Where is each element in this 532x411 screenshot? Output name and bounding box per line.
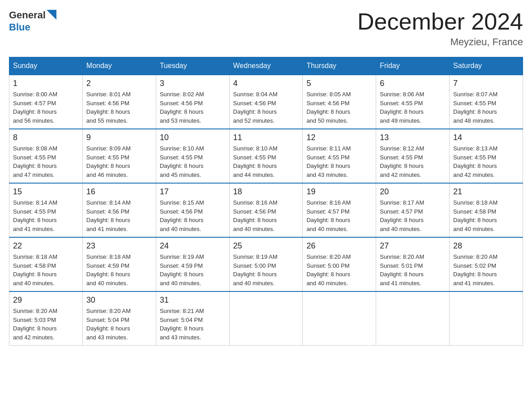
day-cell-28: 28 Sunrise: 8:20 AM Sunset: 5:02 PM Dayl… [450, 237, 523, 291]
day-number: 27 [380, 241, 446, 251]
day-info: Sunrise: 8:07 AM Sunset: 4:55 PM Dayligh… [453, 90, 519, 125]
day-number: 16 [86, 187, 152, 197]
day-info: Sunrise: 8:09 AM Sunset: 4:55 PM Dayligh… [86, 144, 152, 179]
week-row-5: 29 Sunrise: 8:20 AM Sunset: 5:03 PM Dayl… [9, 291, 523, 346]
week-row-4: 22 Sunrise: 8:18 AM Sunset: 4:58 PM Dayl… [9, 237, 523, 291]
day-info: Sunrise: 8:20 AM Sunset: 5:04 PM Dayligh… [86, 307, 152, 342]
day-number: 20 [380, 187, 446, 197]
page-header: General Blue December 2024 Meyzieu, Fran… [9, 9, 523, 48]
day-info: Sunrise: 8:20 AM Sunset: 5:02 PM Dayligh… [453, 253, 519, 287]
day-cell-17: 17 Sunrise: 8:15 AM Sunset: 4:56 PM Dayl… [156, 183, 229, 237]
day-info: Sunrise: 8:08 AM Sunset: 4:55 PM Dayligh… [13, 144, 79, 179]
day-cell-8: 8 Sunrise: 8:08 AM Sunset: 4:55 PM Dayli… [9, 129, 83, 183]
svg-marker-0 [47, 10, 56, 20]
day-number: 7 [453, 79, 519, 88]
day-number: 18 [233, 187, 299, 197]
day-cell-1: 1 Sunrise: 8:00 AM Sunset: 4:57 PM Dayli… [9, 75, 83, 129]
day-info: Sunrise: 8:19 AM Sunset: 4:59 PM Dayligh… [160, 253, 226, 287]
logo: General Blue [9, 9, 56, 33]
month-title: December 2024 [357, 9, 523, 34]
location: Meyzieu, France [357, 36, 523, 48]
day-number: 6 [380, 79, 446, 88]
day-cell-12: 12 Sunrise: 8:11 AM Sunset: 4:55 PM Dayl… [303, 129, 376, 183]
day-number: 1 [13, 79, 79, 88]
logo-blue: Blue [9, 21, 56, 33]
weekday-header-wednesday: Wednesday [229, 57, 303, 75]
day-cell-9: 9 Sunrise: 8:09 AM Sunset: 4:55 PM Dayli… [82, 129, 156, 183]
day-info: Sunrise: 8:12 AM Sunset: 4:55 PM Dayligh… [380, 144, 446, 179]
day-info: Sunrise: 8:20 AM Sunset: 5:00 PM Dayligh… [306, 253, 372, 287]
day-info: Sunrise: 8:14 AM Sunset: 4:55 PM Dayligh… [13, 198, 79, 233]
day-cell-14: 14 Sunrise: 8:13 AM Sunset: 4:55 PM Dayl… [450, 129, 523, 183]
day-number: 11 [233, 133, 299, 142]
empty-cell [450, 291, 523, 346]
day-number: 13 [380, 133, 446, 142]
day-cell-25: 25 Sunrise: 8:19 AM Sunset: 5:00 PM Dayl… [229, 237, 303, 291]
day-cell-7: 7 Sunrise: 8:07 AM Sunset: 4:55 PM Dayli… [450, 75, 523, 129]
day-number: 9 [86, 133, 152, 142]
day-cell-13: 13 Sunrise: 8:12 AM Sunset: 4:55 PM Dayl… [376, 129, 450, 183]
day-info: Sunrise: 8:04 AM Sunset: 4:56 PM Dayligh… [233, 90, 299, 125]
day-number: 24 [160, 241, 226, 251]
day-info: Sunrise: 8:11 AM Sunset: 4:55 PM Dayligh… [306, 144, 372, 179]
day-info: Sunrise: 8:18 AM Sunset: 4:58 PM Dayligh… [13, 253, 79, 287]
day-cell-4: 4 Sunrise: 8:04 AM Sunset: 4:56 PM Dayli… [229, 75, 303, 129]
day-number: 25 [233, 241, 299, 251]
day-cell-31: 31 Sunrise: 8:21 AM Sunset: 5:04 PM Dayl… [156, 291, 229, 346]
day-number: 15 [13, 187, 79, 197]
day-number: 21 [453, 187, 519, 197]
day-number: 8 [13, 133, 79, 142]
day-number: 29 [13, 295, 79, 305]
day-number: 26 [306, 241, 372, 251]
day-cell-18: 18 Sunrise: 8:16 AM Sunset: 4:56 PM Dayl… [229, 183, 303, 237]
day-number: 3 [160, 79, 226, 88]
week-row-3: 15 Sunrise: 8:14 AM Sunset: 4:55 PM Dayl… [9, 183, 523, 237]
day-info: Sunrise: 8:16 AM Sunset: 4:56 PM Dayligh… [233, 198, 299, 233]
day-number: 23 [86, 241, 152, 251]
day-info: Sunrise: 8:17 AM Sunset: 4:57 PM Dayligh… [380, 198, 446, 233]
empty-cell [229, 291, 303, 346]
day-cell-29: 29 Sunrise: 8:20 AM Sunset: 5:03 PM Dayl… [9, 291, 83, 346]
day-cell-22: 22 Sunrise: 8:18 AM Sunset: 4:58 PM Dayl… [9, 237, 83, 291]
day-cell-6: 6 Sunrise: 8:06 AM Sunset: 4:55 PM Dayli… [376, 75, 450, 129]
day-number: 30 [86, 295, 152, 305]
day-number: 19 [306, 187, 372, 197]
weekday-header-monday: Monday [82, 57, 156, 75]
calendar-table: SundayMondayTuesdayWednesdayThursdayFrid… [9, 57, 523, 346]
day-cell-27: 27 Sunrise: 8:20 AM Sunset: 5:01 PM Dayl… [376, 237, 450, 291]
weekday-header-friday: Friday [376, 57, 450, 75]
day-cell-20: 20 Sunrise: 8:17 AM Sunset: 4:57 PM Dayl… [376, 183, 450, 237]
weekday-header-row: SundayMondayTuesdayWednesdayThursdayFrid… [9, 57, 523, 75]
day-info: Sunrise: 8:15 AM Sunset: 4:56 PM Dayligh… [160, 198, 226, 233]
day-cell-5: 5 Sunrise: 8:05 AM Sunset: 4:56 PM Dayli… [303, 75, 376, 129]
day-number: 22 [13, 241, 79, 251]
day-info: Sunrise: 8:06 AM Sunset: 4:55 PM Dayligh… [380, 90, 446, 125]
day-info: Sunrise: 8:21 AM Sunset: 5:04 PM Dayligh… [160, 307, 226, 342]
weekday-header-sunday: Sunday [9, 57, 83, 75]
logo-arrow-icon [47, 10, 56, 20]
weekday-header-saturday: Saturday [450, 57, 523, 75]
day-number: 17 [160, 187, 226, 197]
day-info: Sunrise: 8:01 AM Sunset: 4:56 PM Dayligh… [86, 90, 152, 125]
day-number: 2 [86, 79, 152, 88]
day-number: 4 [233, 79, 299, 88]
day-info: Sunrise: 8:10 AM Sunset: 4:55 PM Dayligh… [233, 144, 299, 179]
day-cell-23: 23 Sunrise: 8:18 AM Sunset: 4:59 PM Dayl… [82, 237, 156, 291]
day-cell-10: 10 Sunrise: 8:10 AM Sunset: 4:55 PM Dayl… [156, 129, 229, 183]
day-info: Sunrise: 8:16 AM Sunset: 4:57 PM Dayligh… [306, 198, 372, 233]
day-number: 5 [306, 79, 372, 88]
day-cell-3: 3 Sunrise: 8:02 AM Sunset: 4:56 PM Dayli… [156, 75, 229, 129]
day-cell-15: 15 Sunrise: 8:14 AM Sunset: 4:55 PM Dayl… [9, 183, 83, 237]
day-info: Sunrise: 8:20 AM Sunset: 5:01 PM Dayligh… [380, 253, 446, 287]
empty-cell [376, 291, 450, 346]
day-info: Sunrise: 8:19 AM Sunset: 5:00 PM Dayligh… [233, 253, 299, 287]
day-cell-26: 26 Sunrise: 8:20 AM Sunset: 5:00 PM Dayl… [303, 237, 376, 291]
title-block: December 2024 Meyzieu, France [357, 9, 523, 48]
day-cell-21: 21 Sunrise: 8:18 AM Sunset: 4:58 PM Dayl… [450, 183, 523, 237]
day-info: Sunrise: 8:14 AM Sunset: 4:56 PM Dayligh… [86, 198, 152, 233]
day-info: Sunrise: 8:02 AM Sunset: 4:56 PM Dayligh… [160, 90, 226, 125]
logo-general: General [9, 9, 46, 21]
day-cell-16: 16 Sunrise: 8:14 AM Sunset: 4:56 PM Dayl… [82, 183, 156, 237]
weekday-header-thursday: Thursday [303, 57, 376, 75]
day-number: 14 [453, 133, 519, 142]
